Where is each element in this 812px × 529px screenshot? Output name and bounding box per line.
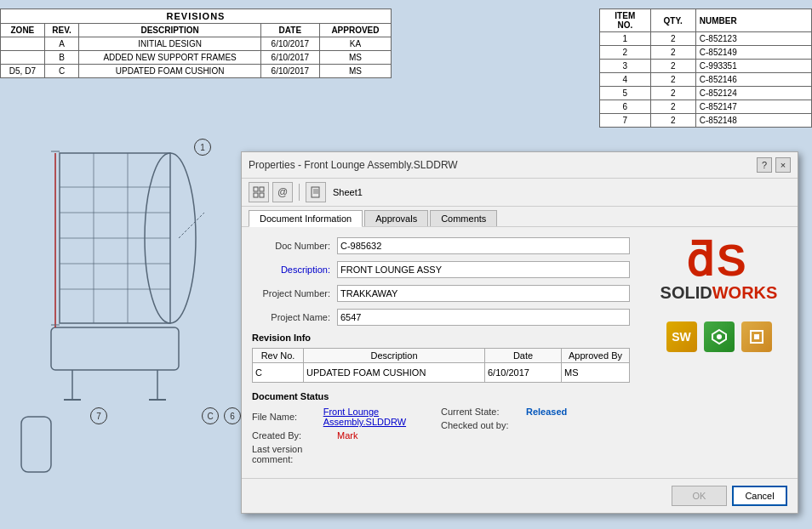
orange-icon-svg (748, 328, 765, 345)
modal-overlay: Properties - Front Lounge Assembly.SLDDR… (0, 0, 812, 529)
revision-info-section: Revision Info Rev No. Description Date A… (252, 333, 630, 383)
sw-icon-green[interactable] (704, 321, 735, 352)
current-state-row: Current State: Released (441, 407, 630, 417)
svg-rect-32 (754, 334, 759, 339)
help-button[interactable]: ? (757, 157, 772, 173)
svg-text:S: S (717, 237, 746, 284)
rev-date-cell (485, 363, 562, 383)
rev-no-header: Rev No. (253, 349, 304, 363)
sheet-icon-button[interactable] (306, 182, 326, 202)
grid-icon (253, 186, 265, 198)
svg-rect-21 (254, 193, 258, 197)
rev-desc-value-input[interactable] (304, 363, 484, 382)
rev-desc-header: Description (304, 349, 485, 363)
ds-logo-svg: ƌ S (684, 237, 752, 284)
document-status-header: Document Status (252, 391, 630, 401)
modal-title: Properties - Front Lounge Assembly.SLDDR… (249, 159, 458, 171)
green-icon-svg (711, 328, 728, 345)
tab-approvals[interactable]: Approvals (364, 210, 428, 226)
modal-form-area: Doc Number: Description: Project Number:… (242, 227, 640, 478)
svg-text:ƌ: ƌ (686, 237, 714, 284)
ok-button[interactable]: OK (672, 486, 727, 506)
close-button[interactable]: × (775, 157, 791, 173)
last-version-row: Last version comment: (252, 444, 441, 464)
last-version-label: Last version comment: (252, 444, 337, 464)
modal-body: Doc Number: Description: Project Number:… (242, 227, 798, 478)
rev-no-value-input[interactable] (253, 363, 303, 382)
modal-controls: ? × (757, 157, 791, 173)
created-by-label: Created By: (252, 430, 337, 441)
solidworks-brand: SOLIDWORKS (660, 284, 778, 301)
toolbar-separator (299, 184, 300, 201)
file-name-row: File Name: Front Lounge Assembly.SLDDRW (252, 407, 441, 427)
current-state-value: Released (526, 407, 567, 417)
project-number-label: Project Number: (252, 288, 337, 299)
created-by-row: Created By: Mark (252, 430, 441, 441)
cancel-button[interactable]: Cancel (732, 486, 787, 506)
modal-footer: OK Cancel (242, 478, 798, 513)
file-name-label: File Name: (252, 412, 323, 422)
svg-rect-19 (254, 187, 258, 191)
document-status-section: Document Status File Name: Front Lounge … (252, 391, 630, 468)
solidworks-logo: ƌ S SOLIDWORKS (660, 237, 778, 301)
works-text: WORKS (712, 283, 778, 302)
sheet-icon (310, 186, 322, 198)
sw-icon-sw[interactable]: SW (666, 321, 697, 352)
solid-text: SOLID (660, 283, 712, 302)
doc-number-label: Doc Number: (252, 241, 337, 251)
status-rows: File Name: Front Lounge Assembly.SLDDRW … (252, 407, 630, 468)
status-left-col: File Name: Front Lounge Assembly.SLDDRW … (252, 407, 441, 468)
grid-icon-button[interactable] (249, 182, 269, 202)
project-name-label: Project Name: (252, 312, 337, 322)
description-row: Description: (252, 261, 630, 278)
doc-number-row: Doc Number: (252, 237, 630, 254)
rev-approved-cell (562, 363, 630, 383)
status-right-col: Current State: Released Checked out by: (441, 407, 630, 468)
file-name-value[interactable]: Front Lounge Assembly.SLDDRW (323, 407, 441, 427)
tab-bar: Document Information Approvals Comments (242, 207, 798, 227)
tab-comments[interactable]: Comments (430, 210, 497, 226)
project-name-row: Project Name: (252, 309, 630, 326)
properties-dialog[interactable]: Properties - Front Lounge Assembly.SLDDR… (241, 151, 798, 514)
description-input[interactable] (337, 261, 630, 278)
svg-point-30 (717, 334, 722, 339)
sw-app-icons: SW (666, 321, 772, 352)
rev-desc-cell (304, 363, 485, 383)
rev-date-value-input[interactable] (485, 363, 561, 382)
description-label: Description: (252, 264, 337, 275)
project-number-input[interactable] (337, 285, 630, 302)
rev-no-cell (253, 363, 304, 383)
modal-right-panel: ƌ S SOLIDWORKS SW (640, 227, 798, 478)
sheet-label: Sheet1 (333, 187, 363, 197)
doc-number-input[interactable] (337, 237, 630, 254)
svg-rect-23 (312, 187, 319, 197)
revision-info-table: Rev No. Description Date Approved By (252, 348, 630, 383)
project-number-row: Project Number: (252, 285, 630, 302)
revision-info-header: Revision Info (252, 333, 630, 343)
modal-titlebar: Properties - Front Lounge Assembly.SLDDR… (242, 152, 798, 179)
checked-out-label: Checked out by: (441, 420, 526, 430)
checked-out-row: Checked out by: (441, 420, 630, 430)
current-state-label: Current State: (441, 407, 526, 417)
svg-rect-22 (260, 193, 264, 197)
created-by-value: Mark (337, 430, 357, 441)
rev-approved-value-input[interactable] (562, 363, 629, 382)
rev-date-header: Date (485, 349, 562, 363)
project-name-input[interactable] (337, 309, 630, 326)
sw-icon-sw-label: SW (672, 330, 691, 344)
at-icon-button[interactable]: @ (272, 182, 293, 202)
tab-document-information[interactable]: Document Information (249, 210, 363, 227)
revision-info-row (253, 363, 630, 383)
rev-approved-header: Approved By (562, 349, 630, 363)
svg-rect-20 (260, 187, 264, 191)
modal-toolbar: @ Sheet1 (242, 179, 798, 207)
sw-icon-orange[interactable] (741, 321, 772, 352)
at-icon: @ (277, 186, 288, 198)
